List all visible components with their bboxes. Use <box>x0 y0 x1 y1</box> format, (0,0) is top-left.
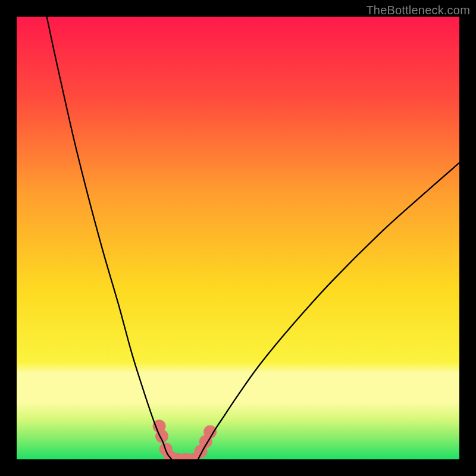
highlight-dot <box>203 425 217 439</box>
gradient-background <box>17 17 459 459</box>
chart-frame: TheBottleneck.com <box>0 0 476 476</box>
plot-area <box>17 17 459 459</box>
chart-svg <box>17 17 459 459</box>
watermark-text: TheBottleneck.com <box>366 4 470 17</box>
